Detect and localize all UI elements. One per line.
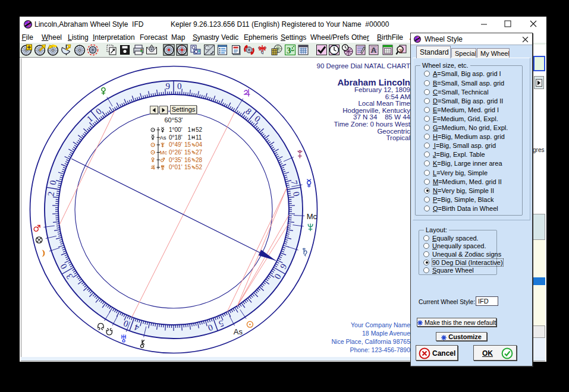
svg-text:9: 9 bbox=[166, 81, 171, 91]
svg-text:1: 1 bbox=[187, 127, 191, 133]
svg-text:04: 04 bbox=[196, 141, 203, 148]
svg-text:15: 15 bbox=[184, 164, 191, 170]
svg-text:27: 27 bbox=[196, 149, 203, 156]
svg-text:16: 16 bbox=[184, 157, 191, 163]
svg-text:0: 0 bbox=[177, 81, 182, 91]
svg-text:As: As bbox=[160, 134, 166, 141]
svg-text:3: 3 bbox=[287, 46, 291, 55]
svg-text:0°01': 0°01' bbox=[169, 164, 183, 170]
svg-text:1: 1 bbox=[187, 134, 191, 141]
svg-text:A: A bbox=[371, 46, 377, 55]
svg-text:Mc: Mc bbox=[160, 149, 168, 156]
svg-text:0°18': 0°18' bbox=[169, 134, 183, 141]
svg-text:52: 52 bbox=[196, 127, 203, 133]
svg-text:11: 11 bbox=[196, 134, 202, 141]
svg-text:15: 15 bbox=[184, 141, 191, 148]
svg-text:Mc: Mc bbox=[307, 212, 317, 221]
svg-text:0°49': 0°49' bbox=[169, 141, 183, 148]
svg-text:28: 28 bbox=[196, 157, 203, 163]
svg-text:0°26': 0°26' bbox=[169, 149, 183, 156]
svg-text:52: 52 bbox=[196, 164, 203, 170]
svg-text:0°35': 0°35' bbox=[169, 157, 183, 163]
svg-text:As: As bbox=[234, 327, 243, 336]
svg-text:15: 15 bbox=[184, 149, 191, 156]
svg-text:1°00': 1°00' bbox=[169, 127, 183, 133]
svg-text:60°53': 60°53' bbox=[165, 116, 183, 124]
